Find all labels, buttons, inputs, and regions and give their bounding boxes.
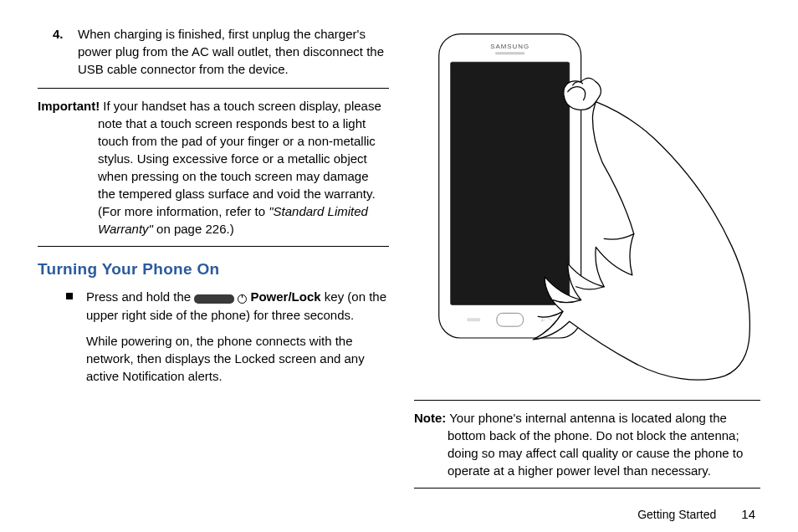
note-callout: Note: Your phone's internal antenna is l…: [414, 400, 760, 489]
left-column: 4. When charging is finished, first unpl…: [38, 25, 389, 495]
bullet-item: Press and hold the Power/Lock key (on th…: [38, 288, 389, 386]
footer-section-title: Getting Started: [637, 507, 716, 524]
document-page: 4. When charging is finished, first unpl…: [0, 0, 798, 532]
important-label: Important!: [38, 99, 100, 113]
heading-turning-phone-on: Turning Your Phone On: [38, 258, 389, 281]
phone-illustration: SAMSUNG: [414, 25, 760, 393]
step-4: 4. When charging is finished, first unpl…: [38, 25, 389, 78]
power-lock-label: Power/Lock: [250, 289, 320, 304]
bullet-text-a: Press and hold the: [86, 289, 194, 304]
bullet-line-2: While powering on, the phone connects wi…: [86, 332, 389, 385]
power-key-icon: [194, 289, 247, 306]
bullet-content: Press and hold the Power/Lock key (on th…: [86, 288, 389, 386]
important-paragraph: Important! If your handset has a touch s…: [38, 97, 389, 238]
svg-rect-1: [494, 52, 524, 54]
phone-brand-text: SAMSUNG: [490, 43, 529, 50]
note-paragraph: Note: Your phone's internal antenna is l…: [414, 409, 760, 479]
page-number: 14: [741, 505, 755, 523]
note-text: Your phone's internal antenna is located…: [446, 411, 743, 478]
svg-rect-3: [496, 313, 523, 326]
important-text-b: on page 226.): [153, 222, 234, 236]
step-4-text: When charging is finished, first unplug …: [78, 25, 389, 78]
note-label: Note:: [414, 411, 446, 425]
right-column: SAMSUNG: [414, 25, 760, 495]
bullet-line-1: Press and hold the Power/Lock key (on th…: [86, 288, 389, 325]
two-column-layout: 4. When charging is finished, first unpl…: [38, 25, 760, 495]
important-callout: Important! If your handset has a touch s…: [38, 88, 389, 247]
important-text-a: If your handset has a touch screen displ…: [98, 99, 381, 218]
step-4-number: 4.: [53, 25, 78, 78]
phone-hand-svg: SAMSUNG: [422, 25, 753, 385]
bullet-marker-icon: [66, 293, 73, 299]
svg-rect-4: [467, 318, 480, 321]
svg-rect-2: [450, 62, 569, 304]
page-footer: Getting Started 14: [38, 495, 760, 524]
